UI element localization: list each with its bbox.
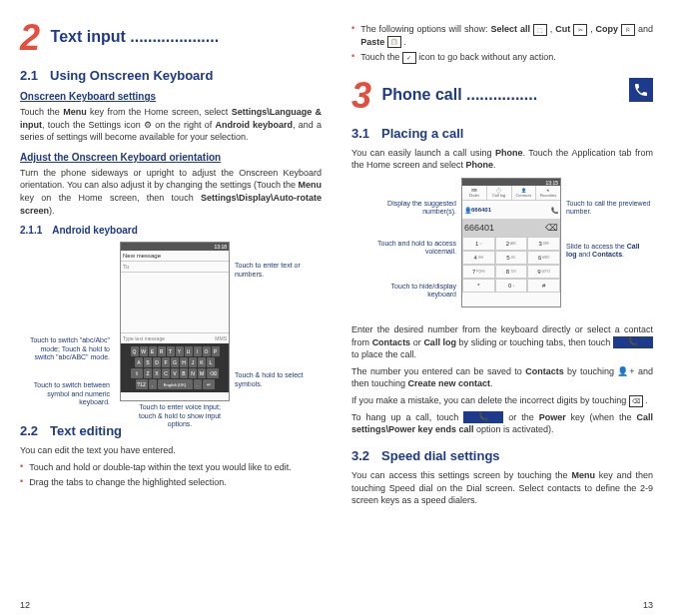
bullet-options: •The following options will show: Select… xyxy=(351,23,653,48)
add-contact-icon: 👤+ xyxy=(617,366,634,376)
page-number-left: 12 xyxy=(20,600,30,610)
kb-comma-key[interactable]: , xyxy=(149,379,157,389)
kb-key[interactable]: K xyxy=(198,357,206,367)
kb-del-key[interactable]: ⌫ xyxy=(207,368,219,378)
kb-key[interactable]: W xyxy=(140,346,148,356)
kb-key[interactable]: D xyxy=(153,357,161,367)
kb-key[interactable]: C xyxy=(162,368,170,378)
para-save-contact: The number you entered can be saved to C… xyxy=(351,365,653,390)
dial-key-1[interactable]: 1∞ xyxy=(462,237,495,251)
kb-key[interactable]: B xyxy=(180,368,188,378)
chapter-number: 2 xyxy=(20,20,40,56)
kb-key[interactable]: A xyxy=(135,357,143,367)
dial-key-5[interactable]: 5JKL xyxy=(495,251,528,265)
kb-key[interactable]: E xyxy=(149,346,157,356)
kb-key[interactable]: J xyxy=(189,357,197,367)
dial-key-star[interactable]: * xyxy=(462,279,495,293)
chapter-title: Text input .................... xyxy=(51,28,220,46)
subsection-kb-settings: Onscreen Keyboard settings xyxy=(20,91,322,102)
kb-key[interactable]: M xyxy=(198,368,206,378)
page-13: •The following options will show: Select… xyxy=(336,0,673,616)
dial-key-8[interactable]: 8TUV xyxy=(495,265,528,279)
kb-enter-key[interactable]: ↵ xyxy=(203,379,215,389)
chapter-number-3: 3 xyxy=(351,78,371,114)
kb-key[interactable]: U xyxy=(185,346,193,356)
page-number-right: 13 xyxy=(643,600,653,610)
kb-to-field[interactable]: To xyxy=(121,262,229,273)
kb-keyboard[interactable]: Q W E R T Y U I O P A S D F G H xyxy=(121,343,229,392)
kb-key[interactable]: G xyxy=(171,357,179,367)
kb-text-field[interactable]: Type text message MMS xyxy=(121,332,229,343)
kb-key[interactable]: F xyxy=(162,357,170,367)
backspace-icon[interactable]: ⌫ xyxy=(545,223,558,233)
para-enter-number: Enter the desired number from the keyboa… xyxy=(351,323,653,361)
kb-key[interactable]: S xyxy=(144,357,152,367)
keyboard-screenshot: 13:18 New message To Type text message M… xyxy=(120,242,230,401)
tab-call-log[interactable]: 🕐Call log xyxy=(487,186,512,200)
callout-slide: Slide to access the Call log and Contact… xyxy=(566,243,651,260)
dial-key-hash[interactable]: # xyxy=(527,279,560,293)
tab-contacts[interactable]: 👤Contacts xyxy=(512,186,537,200)
paste-icon: 📋 xyxy=(387,36,401,48)
hangup-button-icon: 📞 xyxy=(463,411,503,423)
callout-enter-text: Touch to enter text or numbers. xyxy=(235,262,325,279)
callout-call-preview: Touch to call the previewed number. xyxy=(566,200,651,217)
callout-switch-abc: Touch to switch "abc/Abc" mode; Touch & … xyxy=(20,336,110,361)
dial-pad: 1∞ 2ABC 3DEF 4GHI 5JKL 6MNO 7PQRS 8TUV 9… xyxy=(462,237,560,293)
kb-shift-key[interactable]: ⇧ xyxy=(131,368,143,378)
gear-icon: ⚙ xyxy=(144,120,152,130)
kb-numeric-key[interactable]: ?12 xyxy=(136,379,148,389)
section-3-1: 3.1Placing a call xyxy=(351,126,653,141)
kb-key[interactable]: N xyxy=(189,368,197,378)
kb-key[interactable]: X xyxy=(153,368,161,378)
kb-key[interactable]: Y xyxy=(176,346,184,356)
kb-key[interactable]: O xyxy=(203,346,211,356)
kb-space-key[interactable]: English (UK) xyxy=(158,379,193,389)
keyboard-figure: 13:18 New message To Type text message M… xyxy=(20,242,322,411)
dial-key-9[interactable]: 9WXYZ xyxy=(527,265,560,279)
section-2-1-1: 2.1.1Android keyboard xyxy=(20,225,322,236)
kb-key[interactable]: H xyxy=(180,357,188,367)
dial-key-3[interactable]: 3DEF xyxy=(527,237,560,251)
para-speed-dial: You can access this settings screen by t… xyxy=(351,469,653,507)
kb-period-key[interactable]: . xyxy=(194,379,202,389)
call-button-icon: 📞 xyxy=(613,336,653,348)
dial-key-4[interactable]: 4GHI xyxy=(462,251,495,265)
dial-key-0[interactable]: 0+ xyxy=(495,279,528,293)
dialer-screenshot: 13:15 ⌨Dialer 🕐Call log 👤Contacts ★Favor… xyxy=(461,178,561,308)
callout-voice: Touch to enter voice input; touch & hold… xyxy=(130,403,230,428)
chapter-title-3: Phone call ................ xyxy=(382,86,538,104)
kb-key[interactable]: V xyxy=(171,368,179,378)
kb-key[interactable]: L xyxy=(207,357,215,367)
kb-key[interactable]: T xyxy=(167,346,175,356)
dial-key-7[interactable]: 7PQRS xyxy=(462,265,495,279)
para-edit-intro: You can edit the text you have entered. xyxy=(20,444,322,457)
callout-hide-kb: Touch to hide/display keyboard xyxy=(371,283,456,300)
dial-key-6[interactable]: 6MNO xyxy=(527,251,560,265)
dial-suggestion[interactable]: 👤 666401📞 xyxy=(462,201,560,219)
delete-icon: ⌫ xyxy=(629,395,643,407)
bullet-edit-1: •Touch and hold or double-tap within the… xyxy=(20,461,322,474)
cut-icon: ✂ xyxy=(573,24,587,36)
kb-key[interactable]: I xyxy=(194,346,202,356)
section-2-1: 2.1Using Onscreen Keyboard xyxy=(20,68,322,83)
dial-key-2[interactable]: 2ABC xyxy=(495,237,528,251)
phone-chapter-icon xyxy=(629,78,653,102)
kb-key[interactable]: Q xyxy=(131,346,139,356)
para-kb-orient: Turn the phone sideways or upright to ad… xyxy=(20,167,322,217)
kb-key[interactable]: P xyxy=(212,346,220,356)
subsection-kb-orient: Adjust the Onscreen Keyboard orientation xyxy=(20,152,322,163)
para-placing-call: You can easily launch a call using Phone… xyxy=(351,147,653,172)
callout-symbols: Touch & hold to select symbols. xyxy=(235,371,325,388)
kb-key[interactable]: R xyxy=(158,346,166,356)
check-icon: ✓ xyxy=(402,52,416,64)
kb-app-title: New message xyxy=(121,251,229,262)
para-delete-digit: If you make a mistake, you can delete th… xyxy=(351,394,653,407)
bullet-edit-2: •Drag the tabs to change the highlighted… xyxy=(20,476,322,489)
dialer-figure: 13:15 ⌨Dialer 🕐Call log 👤Contacts ★Favor… xyxy=(351,178,653,317)
kb-key[interactable]: Z xyxy=(144,368,152,378)
tab-favorites[interactable]: ★Favorites xyxy=(536,186,560,200)
para-kb-settings: Touch the Menu key from the Home screen,… xyxy=(20,106,322,144)
section-3-2: 3.2Speed dial settings xyxy=(351,448,653,463)
tab-dialer[interactable]: ⌨Dialer xyxy=(462,186,487,200)
